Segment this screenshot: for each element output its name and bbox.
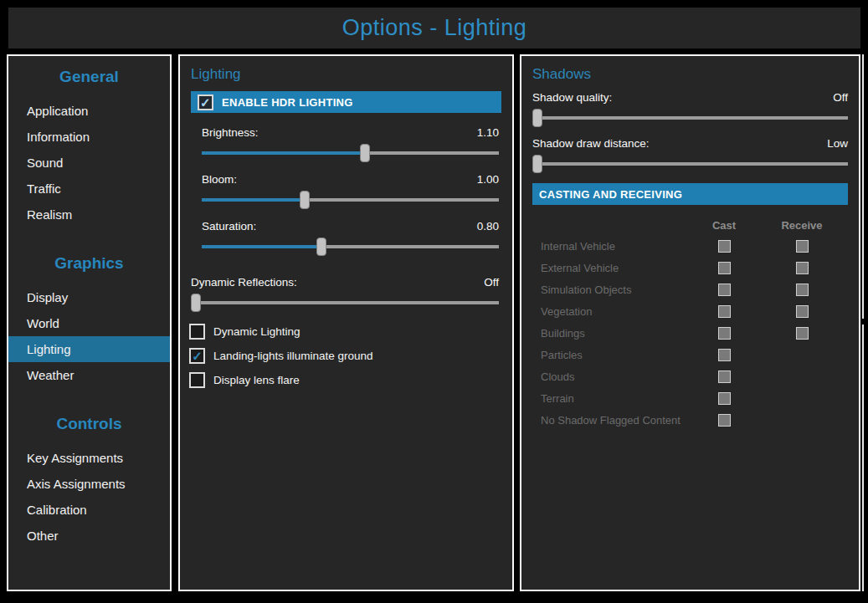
sidebar-item-sound[interactable]: Sound [8, 150, 170, 176]
slider-thumb[interactable] [191, 294, 201, 312]
receive-checkbox[interactable] [796, 327, 809, 340]
cast-checkbox[interactable] [718, 370, 731, 383]
table-row: Terrain [532, 387, 842, 409]
table-row: Clouds [532, 365, 842, 387]
scrollbar-track[interactable] [862, 54, 864, 319]
table-row: Internal Vehicle [532, 235, 842, 257]
dynamic-lighting-checkbox[interactable] [189, 324, 205, 340]
bloom-label: Bloom: [202, 173, 237, 186]
receive-checkbox[interactable] [796, 262, 809, 274]
slider-thumb[interactable] [316, 238, 326, 256]
section-header-controls: Controls [8, 415, 170, 433]
slider-thumb[interactable] [300, 191, 310, 209]
shadow-draw-distance-value: Low [827, 137, 848, 150]
slider-track[interactable] [532, 162, 848, 166]
shadow-quality-value: Off [833, 91, 848, 104]
shadow-casting-table: Cast Receive Internal Vehicle External V… [532, 215, 842, 431]
receive-column-header: Receive [762, 219, 842, 232]
brightness-label: Brightness: [202, 126, 259, 139]
casting-receiving-header: CASTING AND RECEIVING [532, 183, 848, 205]
dynamic-reflections-slider[interactable] [191, 294, 499, 312]
cast-checkbox[interactable] [718, 414, 731, 427]
shadows-panel-title: Shadows [532, 66, 848, 83]
slider-thumb[interactable] [360, 144, 370, 162]
sidebar-item-world[interactable]: World [8, 310, 170, 336]
shadow-quality-setting: Shadow quality: Off [532, 91, 848, 127]
cast-column-header: Cast [686, 219, 762, 232]
slider-track[interactable] [202, 245, 499, 248]
saturation-slider[interactable] [202, 238, 499, 256]
checkmark-icon: ✓ [200, 96, 211, 109]
sidebar-item-application[interactable]: Application [8, 98, 170, 124]
scrollbar-track[interactable] [862, 324, 864, 591]
hdr-toggle-label: ENABLE HDR LIGHTING [222, 96, 353, 109]
lighting-panel: Lighting ✓ ENABLE HDR LIGHTING Brightnes… [178, 54, 514, 591]
sidebar-item-key-assignments[interactable]: Key Assignments [8, 445, 170, 471]
sidebar-item-realism[interactable]: Realism [8, 202, 170, 227]
slider-track[interactable] [191, 301, 499, 304]
landing-lights-label: Landing-lights illuminate ground [213, 350, 373, 362]
cast-checkbox[interactable] [718, 392, 731, 405]
dynamic-reflections-label: Dynamic Reflections: [191, 276, 297, 289]
receive-checkbox[interactable] [796, 240, 809, 253]
slider-fill [202, 245, 321, 248]
cast-checkbox[interactable] [718, 284, 731, 296]
receive-checkbox[interactable] [796, 305, 809, 318]
slider-thumb[interactable] [532, 109, 542, 127]
slider-track[interactable] [532, 116, 848, 120]
hdr-checkbox[interactable]: ✓ [198, 95, 213, 110]
sidebar-item-axis-assignments[interactable]: Axis Assignments [8, 471, 170, 497]
cast-checkbox[interactable] [718, 349, 731, 361]
saturation-setting: Saturation: 0.80 [202, 220, 499, 256]
shadow-draw-distance-setting: Shadow draw distance: Low [532, 137, 848, 173]
table-row: No Shadow Flagged Content [532, 409, 842, 431]
lens-flare-checkbox[interactable] [189, 372, 205, 388]
cast-checkbox[interactable] [718, 262, 731, 274]
cast-checkbox[interactable] [718, 305, 731, 318]
lens-flare-label: Display lens flare [213, 374, 300, 386]
lighting-panel-title: Lighting [191, 66, 501, 83]
dynamic-lighting-label: Dynamic Lighting [213, 325, 300, 338]
dynamic-lighting-option[interactable]: Dynamic Lighting [189, 324, 501, 340]
slider-track[interactable] [202, 151, 499, 155]
shadows-panel: Shadows Shadow quality: Off Shadow draw … [520, 54, 860, 591]
table-row: External Vehicle [532, 257, 842, 279]
section-header-general: General [8, 68, 170, 86]
shadow-quality-label: Shadow quality: [532, 91, 612, 104]
sidebar-item-lighting[interactable]: Lighting [8, 336, 170, 362]
slider-fill [202, 151, 365, 155]
cast-checkbox[interactable] [718, 240, 731, 253]
table-row: Vegetation [532, 300, 842, 322]
bloom-setting: Bloom: 1.00 [202, 173, 499, 209]
sidebar-item-other[interactable]: Other [8, 523, 170, 549]
sidebar-item-display[interactable]: Display [8, 284, 170, 310]
slider-thumb[interactable] [532, 155, 542, 173]
sidebar-item-traffic[interactable]: Traffic [8, 176, 170, 202]
table-row: Buildings [532, 322, 842, 344]
brightness-value: 1.10 [477, 126, 499, 139]
options-sidebar: General Application Information Sound Tr… [7, 54, 172, 591]
table-row: Particles [532, 344, 842, 365]
sidebar-item-calibration[interactable]: Calibration [8, 497, 170, 523]
dynamic-reflections-value: Off [484, 276, 499, 289]
landing-lights-option[interactable]: ✓ Landing-lights illuminate ground [189, 348, 501, 364]
shadow-draw-distance-slider[interactable] [532, 155, 848, 173]
shadow-quality-slider[interactable] [532, 109, 848, 127]
lens-flare-option[interactable]: Display lens flare [189, 372, 501, 388]
saturation-value: 0.80 [477, 220, 499, 233]
landing-lights-checkbox[interactable]: ✓ [189, 348, 205, 364]
section-header-graphics: Graphics [8, 254, 170, 273]
sidebar-item-information[interactable]: Information [8, 124, 170, 150]
enable-hdr-lighting-toggle[interactable]: ✓ ENABLE HDR LIGHTING [191, 91, 501, 113]
slider-fill [202, 198, 303, 202]
sidebar-item-weather[interactable]: Weather [8, 362, 170, 388]
dynamic-reflections-setting: Dynamic Reflections: Off [191, 276, 499, 312]
checkmark-icon: ✓ [192, 350, 203, 362]
shadow-draw-distance-label: Shadow draw distance: [532, 137, 650, 150]
bloom-slider[interactable] [202, 191, 499, 209]
slider-track[interactable] [202, 198, 499, 202]
receive-checkbox[interactable] [796, 284, 809, 296]
saturation-label: Saturation: [202, 220, 256, 233]
cast-checkbox[interactable] [718, 327, 731, 340]
brightness-slider[interactable] [202, 144, 499, 162]
